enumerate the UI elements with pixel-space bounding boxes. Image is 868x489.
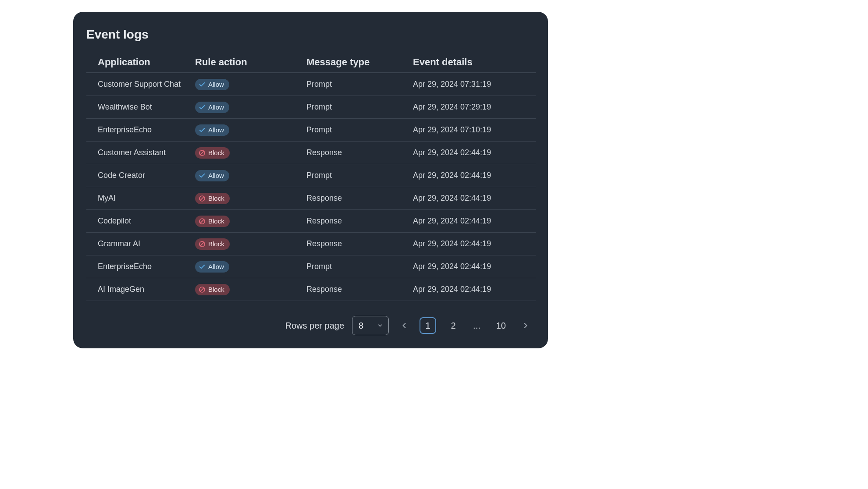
block-badge: Block	[195, 193, 230, 204]
block-badge: Block	[195, 216, 230, 227]
cell-message-type: Prompt	[306, 125, 413, 135]
svg-line-3	[200, 196, 204, 200]
svg-line-9	[200, 287, 204, 291]
allow-badge: Allow	[195, 261, 229, 273]
col-message-type: Message type	[306, 57, 413, 68]
cell-application: AI ImageGen	[98, 285, 195, 294]
cell-event-details: Apr 29, 2024 07:10:19	[413, 125, 536, 135]
table-row[interactable]: Customer Support ChatAllowPromptApr 29, …	[86, 73, 536, 96]
cell-rule-action: Allow	[195, 170, 306, 181]
check-icon	[199, 172, 206, 179]
block-icon	[199, 149, 206, 156]
svg-line-7	[200, 242, 204, 246]
pagination: Rows per page 8 12...10	[86, 316, 536, 335]
cell-application: EnterpriseEcho	[98, 262, 195, 271]
table-row[interactable]: EnterpriseEchoAllowPromptApr 29, 2024 02…	[86, 255, 536, 278]
page-button-2[interactable]: 2	[445, 317, 462, 334]
cell-message-type: Response	[306, 148, 413, 157]
cell-application: Customer Assistant	[98, 148, 195, 157]
cell-message-type: Prompt	[306, 80, 413, 89]
rows-per-page-select[interactable]: 8	[352, 316, 389, 335]
cell-rule-action: Block	[195, 193, 306, 204]
cell-event-details: Apr 29, 2024 02:44:19	[413, 239, 536, 248]
pagination-ellipsis: ...	[470, 321, 483, 331]
table-row[interactable]: Wealthwise BotAllowPromptApr 29, 2024 07…	[86, 96, 536, 119]
badge-label: Block	[208, 149, 224, 156]
cell-message-type: Prompt	[306, 103, 413, 112]
cell-rule-action: Block	[195, 147, 306, 159]
block-badge: Block	[195, 284, 230, 295]
cell-application: Grammar AI	[98, 239, 195, 248]
block-icon	[199, 195, 206, 202]
rows-per-page-value: 8	[359, 321, 363, 331]
next-page-button[interactable]	[518, 318, 533, 333]
cell-rule-action: Block	[195, 238, 306, 250]
cell-event-details: Apr 29, 2024 02:44:19	[413, 148, 536, 157]
cell-application: Customer Support Chat	[98, 80, 195, 89]
badge-label: Allow	[208, 126, 224, 134]
cell-event-details: Apr 29, 2024 02:44:19	[413, 194, 536, 203]
table-row[interactable]: Grammar AIBlockResponseApr 29, 2024 02:4…	[86, 233, 536, 255]
rows-per-page-label: Rows per page	[285, 321, 345, 331]
check-icon	[199, 127, 206, 134]
cell-application: EnterpriseEcho	[98, 125, 195, 135]
cell-message-type: Response	[306, 216, 413, 226]
cell-event-details: Apr 29, 2024 02:44:19	[413, 285, 536, 294]
cell-message-type: Response	[306, 285, 413, 294]
prev-page-button[interactable]	[397, 318, 412, 333]
cell-message-type: Prompt	[306, 262, 413, 271]
cell-application: MyAI	[98, 194, 195, 203]
col-rule-action: Rule action	[195, 57, 306, 68]
col-application: Application	[98, 57, 195, 68]
table-header: Application Rule action Message type Eve…	[86, 52, 536, 73]
cell-message-type: Prompt	[306, 171, 413, 180]
cell-rule-action: Block	[195, 216, 306, 227]
badge-label: Block	[208, 240, 224, 248]
cell-rule-action: Block	[195, 284, 306, 295]
col-event-details: Event details	[413, 57, 536, 68]
table-row[interactable]: CodepilotBlockResponseApr 29, 2024 02:44…	[86, 210, 536, 233]
cell-message-type: Response	[306, 239, 413, 248]
cell-event-details: Apr 29, 2024 02:44:19	[413, 216, 536, 226]
block-badge: Block	[195, 147, 230, 159]
table-row[interactable]: AI ImageGenBlockResponseApr 29, 2024 02:…	[86, 278, 536, 301]
table-row[interactable]: Code CreatorAllowPromptApr 29, 2024 02:4…	[86, 164, 536, 187]
cell-event-details: Apr 29, 2024 02:44:19	[413, 171, 536, 180]
page-title: Event logs	[86, 28, 536, 42]
cell-event-details: Apr 29, 2024 02:44:19	[413, 262, 536, 271]
badge-label: Block	[208, 286, 224, 293]
table-row[interactable]: MyAIBlockResponseApr 29, 2024 02:44:19	[86, 187, 536, 210]
cell-rule-action: Allow	[195, 102, 306, 113]
block-icon	[199, 286, 206, 293]
badge-label: Allow	[208, 81, 224, 88]
badge-label: Allow	[208, 263, 224, 270]
block-icon	[199, 241, 206, 248]
table-row[interactable]: Customer AssistantBlockResponseApr 29, 2…	[86, 142, 536, 164]
check-icon	[199, 263, 206, 270]
allow-badge: Allow	[195, 102, 229, 113]
table-row[interactable]: EnterpriseEchoAllowPromptApr 29, 2024 07…	[86, 119, 536, 142]
chevron-down-icon	[377, 321, 383, 331]
badge-label: Allow	[208, 103, 224, 111]
page-button-10[interactable]: 10	[492, 317, 510, 334]
event-table: Application Rule action Message type Eve…	[86, 52, 536, 301]
check-icon	[199, 104, 206, 111]
allow-badge: Allow	[195, 170, 229, 181]
badge-label: Allow	[208, 172, 224, 179]
cell-application: Codepilot	[98, 216, 195, 226]
page-button-1[interactable]: 1	[420, 317, 436, 334]
cell-rule-action: Allow	[195, 124, 306, 136]
allow-badge: Allow	[195, 124, 229, 136]
block-badge: Block	[195, 238, 230, 250]
check-icon	[199, 81, 206, 88]
cell-event-details: Apr 29, 2024 07:29:19	[413, 103, 536, 112]
badge-label: Block	[208, 217, 224, 225]
cell-application: Code Creator	[98, 171, 195, 180]
cell-message-type: Response	[306, 194, 413, 203]
svg-line-5	[200, 219, 204, 223]
cell-event-details: Apr 29, 2024 07:31:19	[413, 80, 536, 89]
cell-rule-action: Allow	[195, 261, 306, 273]
event-logs-panel: Event logs Application Rule action Messa…	[73, 12, 548, 348]
badge-label: Block	[208, 195, 224, 202]
allow-badge: Allow	[195, 79, 229, 90]
